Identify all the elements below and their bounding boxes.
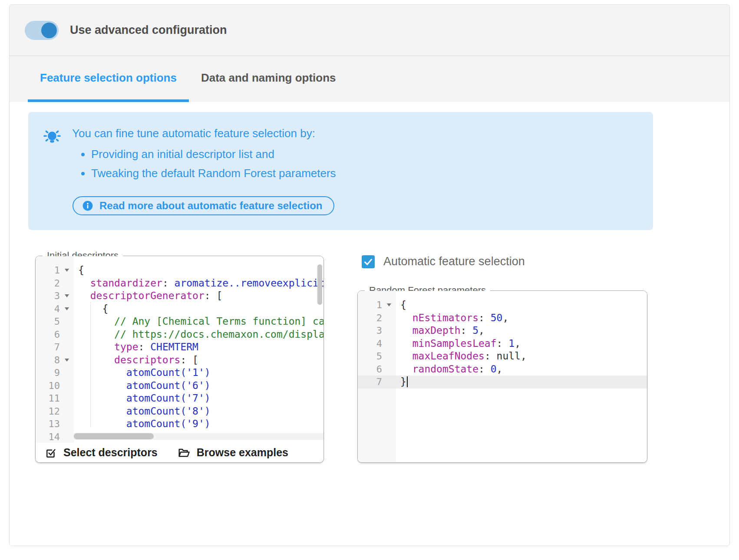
browse-examples-button[interactable]: Browse examples: [178, 446, 288, 459]
fold-arrow-icon[interactable]: [60, 264, 74, 277]
code-text: {: [74, 303, 108, 316]
code-line[interactable]: 7 type: CHEMTERM: [36, 341, 323, 354]
read-more-button[interactable]: Read more about automatic feature select…: [73, 196, 334, 215]
line-number: 4: [358, 337, 382, 350]
automatic-feature-selection-label: Automatic feature selection: [383, 255, 525, 268]
checkmark-icon: [363, 256, 374, 267]
code-line[interactable]: 2 nEstimators: 50,: [358, 312, 647, 325]
fold-gutter: [382, 324, 396, 337]
line-number: 13: [36, 418, 60, 431]
text-cursor: [407, 376, 408, 387]
fold-gutter: [60, 431, 74, 444]
code-text: type: CHEMTERM: [74, 341, 198, 354]
code-text: // Any [Chemical Terms function] ca: [74, 315, 323, 328]
code-line[interactable]: 11 atomCount('7'): [36, 392, 323, 405]
browse-examples-label: Browse examples: [197, 446, 288, 459]
info-bullet: Providing an initial descriptor list and: [91, 145, 336, 164]
tab-feature-selection-options[interactable]: Feature selection options: [28, 56, 189, 102]
automatic-feature-selection-row: Automatic feature selection: [362, 255, 525, 268]
code-text: randomState: 0,: [396, 363, 502, 376]
checkbox-check-icon: [44, 446, 57, 459]
initial-descriptors-editor[interactable]: 1{2 standardizer: aromatize..removeexpli…: [36, 256, 323, 444]
code-text: }: [396, 376, 408, 389]
fold-arrow-icon[interactable]: [60, 290, 74, 303]
code-line[interactable]: 4 {: [36, 303, 323, 316]
line-number: 3: [358, 324, 382, 337]
select-descriptors-button[interactable]: Select descriptors: [44, 446, 158, 459]
line-number: 6: [358, 363, 382, 376]
vertical-scrollbar[interactable]: [317, 264, 322, 305]
line-number: 5: [36, 315, 60, 328]
fold-gutter: [60, 315, 74, 328]
code-text: standardizer: aromatize..removeexplicit: [74, 277, 323, 290]
line-number: 6: [36, 328, 60, 341]
tab-data-and-naming-options[interactable]: Data and naming options: [189, 56, 348, 102]
horizontal-scrollbar-thumb[interactable]: [74, 433, 154, 439]
code-line[interactable]: 7}: [358, 376, 647, 389]
code-text: atomCount('9'): [74, 418, 211, 431]
horizontal-scrollbar-track[interactable]: [74, 433, 323, 440]
code-line[interactable]: 4 minSamplesLeaf: 1,: [358, 337, 647, 350]
info-circle-icon: [82, 200, 93, 211]
tab-content: You can fine tune automatic feature sele…: [10, 102, 729, 544]
fold-gutter: [382, 337, 396, 350]
line-number: 2: [36, 277, 60, 290]
line-number: 7: [36, 341, 60, 354]
code-text: atomCount('1'): [74, 366, 211, 379]
code-line[interactable]: 2 standardizer: aromatize..removeexplici…: [36, 277, 323, 290]
select-descriptors-label: Select descriptors: [63, 446, 158, 459]
line-number: 11: [36, 392, 60, 405]
toggle-knob: [41, 23, 57, 38]
code-line[interactable]: 3 descriptorGenerator: [: [36, 290, 323, 303]
folder-open-icon: [178, 446, 191, 459]
initial-descriptors-panel: Initial descriptors 1{2 standardizer: ar…: [35, 256, 324, 463]
code-line[interactable]: 5 maxLeafNodes: null,: [358, 350, 647, 363]
automatic-feature-selection-checkbox[interactable]: [362, 255, 375, 268]
code-text: atomCount('6'): [74, 379, 211, 392]
code-line[interactable]: 13 atomCount('9'): [36, 418, 323, 431]
editor-button-row: Select descriptors Browse examples: [36, 443, 323, 462]
fold-gutter: [60, 392, 74, 405]
line-number: 2: [358, 312, 382, 325]
fold-gutter: [60, 379, 74, 392]
fold-gutter: [60, 341, 74, 354]
code-line[interactable]: 6 randomState: 0,: [358, 363, 647, 376]
code-line[interactable]: 5 // Any [Chemical Terms function] ca: [36, 315, 323, 328]
info-bullet-list: Providing an initial descriptor list and…: [91, 145, 336, 183]
fold-gutter: [382, 376, 396, 389]
tab-bar: Feature selection options Data and namin…: [10, 56, 729, 102]
code-text: {: [74, 264, 84, 277]
code-text: maxLeafNodes: null,: [396, 350, 527, 363]
fold-gutter: [382, 363, 396, 376]
code-text: // https://docs.chemaxon.com/displa: [74, 328, 323, 341]
fold-gutter: [60, 418, 74, 431]
code-line[interactable]: 9 atomCount('1'): [36, 366, 323, 379]
code-text: descriptors: [: [74, 354, 198, 367]
fold-gutter: [60, 366, 74, 379]
line-number: 9: [36, 366, 60, 379]
code-line[interactable]: 1{: [358, 299, 647, 312]
fold-arrow-icon[interactable]: [60, 354, 74, 367]
fold-arrow-icon[interactable]: [382, 299, 396, 312]
code-line[interactable]: 6 // https://docs.chemaxon.com/displa: [36, 328, 323, 341]
code-line[interactable]: 10 atomCount('6'): [36, 379, 323, 392]
info-title: You can fine tune automatic feature sele…: [72, 127, 336, 140]
code-line[interactable]: 8 descriptors: [: [36, 354, 323, 367]
fold-arrow-icon[interactable]: [60, 303, 74, 316]
toggle-row: Use advanced configuration: [10, 5, 729, 56]
read-more-label: Read more about automatic feature select…: [99, 200, 322, 212]
line-number: 14: [36, 431, 60, 444]
code-line[interactable]: 1{: [36, 264, 323, 277]
code-line[interactable]: 12 atomCount('8'): [36, 405, 323, 418]
toggle-label: Use advanced configuration: [70, 23, 227, 37]
line-number: 5: [358, 350, 382, 363]
line-number: 3: [36, 290, 60, 303]
code-text: nEstimators: 50,: [396, 312, 508, 325]
lightbulb-icon: [42, 142, 62, 150]
random-forest-parameters-editor[interactable]: 1{2 nEstimators: 50,3 maxDepth: 5,4 minS…: [358, 291, 647, 462]
random-forest-parameters-panel: Random Forest parameters 1{2 nEstimators…: [357, 290, 647, 463]
advanced-config-toggle[interactable]: [25, 21, 59, 40]
fold-gutter: [60, 405, 74, 418]
line-number: 8: [36, 354, 60, 367]
code-line[interactable]: 3 maxDepth: 5,: [358, 324, 647, 337]
